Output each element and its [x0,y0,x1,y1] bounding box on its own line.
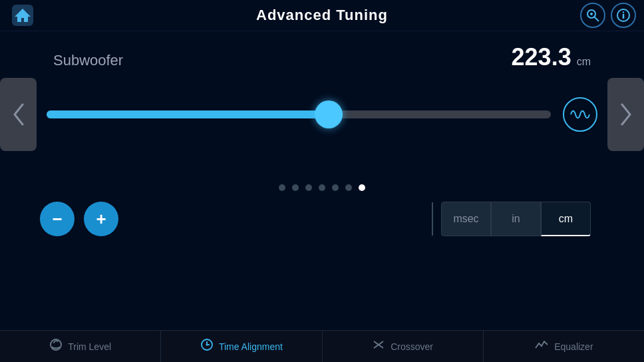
wave-button[interactable] [563,97,597,132]
nav-item-crossover[interactable]: Crossover [323,331,484,362]
slider-wrapper[interactable] [47,98,551,131]
subwoofer-value-group: 223.3 cm [512,43,591,71]
equalizer-icon [534,338,549,355]
nav-item-time-alignment[interactable]: Time Alignment [161,331,322,362]
unit-cm-button[interactable]: cm [541,202,591,236]
crossover-icon [372,338,385,355]
dot-1 [279,184,285,191]
dot-5 [332,184,339,191]
svg-point-12 [206,344,208,346]
subwoofer-unit: cm [577,56,591,68]
plus-button[interactable]: + [84,202,118,236]
slider-thumb[interactable] [315,100,343,128]
nav-label-time-alignment: Time Alignment [219,341,283,352]
prev-arrow-button[interactable] [0,78,37,151]
slider-track-fill [47,110,329,118]
nav-label-crossover: Crossover [391,341,433,352]
nav-item-equalizer[interactable]: Equalizer [484,331,644,362]
svg-line-3 [595,17,599,22]
nav-item-trim-level[interactable]: Trim Level [0,331,161,362]
svg-point-7 [623,11,624,13]
header: Advanced Tuning [0,0,644,31]
footer-navigation: Trim Level Time Alignment Crossover [0,330,644,362]
subwoofer-label: Subwoofer [53,52,123,69]
dot-4 [319,184,325,191]
bottom-controls: − + msec in cm [0,191,644,236]
dot-3 [305,184,312,191]
nav-label-trim-level: Trim Level [68,341,111,352]
trim-level-icon [49,338,63,355]
main-content: Subwoofer 223.3 cm [0,31,644,330]
unit-in-button[interactable]: in [491,202,541,236]
time-alignment-icon [200,338,214,355]
search-icon-button[interactable] [580,3,605,28]
info-icon-button[interactable] [611,3,636,28]
dot-2 [292,184,299,191]
increment-buttons: − + [40,202,118,236]
nav-label-equalizer: Equalizer [554,341,593,352]
unit-selector: msec in cm [441,202,591,236]
pagination-dots [0,184,644,191]
unit-msec-button[interactable]: msec [441,202,491,236]
subwoofer-row: Subwoofer 223.3 cm [0,31,644,71]
home-button[interactable] [8,2,37,29]
dot-6 [345,184,352,191]
page-title: Advanced Tuning [256,7,388,24]
minus-button[interactable]: − [40,202,75,236]
svg-point-4 [590,13,593,15]
subwoofer-value: 223.3 [512,43,571,71]
next-arrow-button[interactable] [607,78,644,151]
dot-7 [359,184,365,191]
